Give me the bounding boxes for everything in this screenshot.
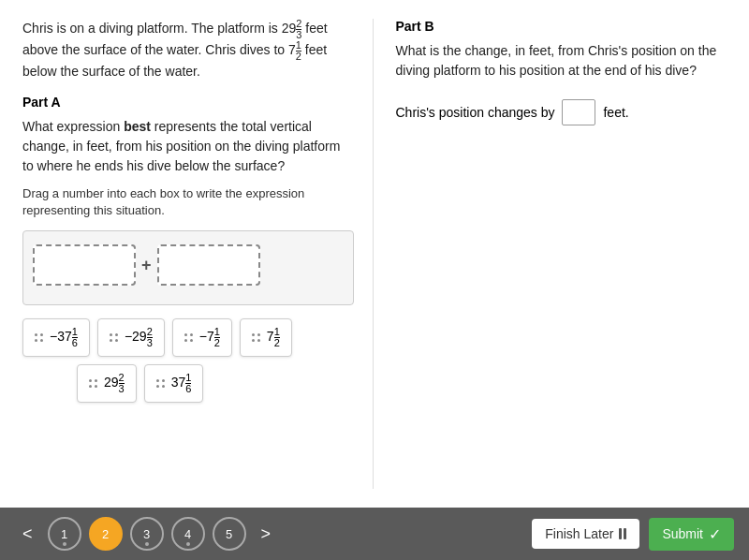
page-btn-3[interactable]: 3 <box>130 517 164 551</box>
chip-value-6: 3716 <box>171 373 192 394</box>
chip-value-5: 2923 <box>104 373 125 394</box>
next-button[interactable]: > <box>254 521 279 548</box>
answer-prefix: Chris's position changes by <box>396 105 555 120</box>
chip-value-1: −3716 <box>50 327 78 348</box>
part-b-question: What is the change, in feet, from Chris'… <box>396 41 727 81</box>
check-icon: ✓ <box>709 525 721 543</box>
left-panel: Chris is on a diving platform. The platf… <box>22 19 374 489</box>
answer-suffix: feet. <box>603 105 628 120</box>
drag-chip-5[interactable]: 2923 <box>77 364 137 403</box>
page-btn-2[interactable]: 2 <box>89 517 123 551</box>
drag-chip-3[interactable]: −712 <box>172 318 232 357</box>
answer-row: Chris's position changes by feet. <box>396 99 727 125</box>
chip-value-3: −712 <box>199 327 220 348</box>
drag-icon <box>252 333 261 343</box>
chip-value-4: 712 <box>267 327 280 348</box>
drag-chip-6[interactable]: 3716 <box>144 364 204 403</box>
drag-chip-2[interactable]: −2923 <box>97 318 165 357</box>
drag-icon <box>110 333 119 343</box>
page-btn-4[interactable]: 4 <box>171 517 205 551</box>
drop-box-2[interactable] <box>157 244 260 286</box>
main-content: Chris is on a diving platform. The platf… <box>0 0 749 508</box>
plus-sign: + <box>141 256 152 275</box>
drag-icon <box>35 333 44 343</box>
drag-icon <box>184 333 194 343</box>
drag-chip-1[interactable]: −3716 <box>22 318 90 357</box>
finish-later-button[interactable]: Finish Later <box>532 519 639 549</box>
drop-box-1[interactable] <box>33 244 136 286</box>
finish-later-label: Finish Later <box>545 526 613 541</box>
bottom-bar: < 1 2 3 4 5 > Finish Later Su <box>0 508 749 560</box>
page-btn-5[interactable]: 5 <box>213 517 246 551</box>
drag-icon <box>89 379 98 389</box>
nav-right: Finish Later Submit ✓ <box>532 518 734 551</box>
prev-button[interactable]: < <box>15 521 40 548</box>
submit-label: Submit <box>662 526 703 541</box>
drop-boxes-row: + <box>33 244 344 286</box>
chip-value-2: −2923 <box>125 327 153 348</box>
part-b-label: Part B <box>396 19 727 34</box>
part-a-label: Part A <box>22 95 354 110</box>
drag-options: −3716 −2923 −712 712 <box>22 318 354 403</box>
drag-chip-4[interactable]: 712 <box>240 318 292 357</box>
part-a-question: What expression best represents the tota… <box>22 117 354 176</box>
problem-intro: Chris is on a diving platform. The platf… <box>22 19 354 81</box>
drop-area: + <box>22 230 354 305</box>
answer-input[interactable] <box>562 99 595 125</box>
nav-left: < 1 2 3 4 5 > <box>15 517 278 551</box>
page-btn-1[interactable]: 1 <box>48 517 81 551</box>
right-panel: Part B What is the change, in feet, from… <box>374 19 727 489</box>
submit-button[interactable]: Submit ✓ <box>649 518 734 551</box>
drag-instruction: Drag a number into each box to write the… <box>22 185 354 219</box>
drag-icon <box>156 379 166 389</box>
pause-icon <box>619 528 626 539</box>
